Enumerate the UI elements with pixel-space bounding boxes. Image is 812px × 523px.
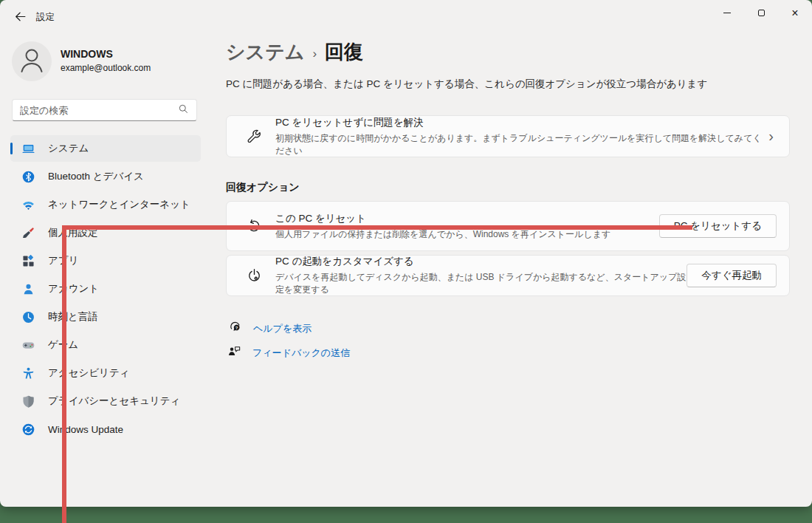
breadcrumb: システム › 回復 bbox=[226, 39, 363, 65]
gaming-icon bbox=[21, 338, 35, 352]
window-controls: × bbox=[710, 0, 812, 26]
accessibility-icon bbox=[21, 366, 35, 380]
section-title: 回復オプション bbox=[226, 181, 300, 194]
sidebar-item-label: プライバシーとセキュリティ bbox=[48, 394, 180, 408]
startup-card-description: デバイスを再起動してディスクから起動、または USB ドライブから起動するなど、… bbox=[275, 271, 687, 296]
wrench-icon bbox=[245, 129, 263, 145]
sidebar-item-label: アクセシビリティ bbox=[48, 366, 130, 380]
sidebar-item-system[interactable]: システム bbox=[10, 135, 201, 162]
sidebar-item-privacy[interactable]: プライバシーとセキュリティ bbox=[10, 388, 201, 414]
sidebar-item-accessibility[interactable]: アクセシビリティ bbox=[10, 360, 201, 386]
sidebar-item-windows-update[interactable]: Windows Update bbox=[10, 416, 201, 442]
close-button[interactable]: × bbox=[778, 0, 812, 26]
svg-text:?: ? bbox=[235, 326, 238, 330]
system-icon bbox=[21, 142, 35, 156]
reset-card-description: 個人用ファイルの保持または削除を選んでから、Windows を再インストールしま… bbox=[275, 228, 659, 241]
feedback-icon bbox=[227, 344, 241, 361]
back-button[interactable] bbox=[9, 7, 31, 28]
window-title: 設定 bbox=[36, 11, 55, 24]
search-icon bbox=[178, 103, 189, 117]
sidebar: WINDOWS example@outlook.com システム Bluetoo… bbox=[0, 35, 216, 507]
send-feedback-link[interactable]: フィードバックの送信 bbox=[227, 344, 350, 361]
get-help-label: ヘルプを表示 bbox=[253, 322, 312, 335]
startup-card-title: PC の起動をカスタマイズする bbox=[275, 255, 687, 268]
bluetooth-icon bbox=[21, 170, 35, 184]
reset-card-title: この PC をリセット bbox=[275, 212, 659, 225]
sidebar-item-label: Windows Update bbox=[48, 424, 123, 435]
settings-window: 設定 × WINDOWS example@outlook.com システム Bl… bbox=[0, 0, 812, 507]
back-arrow-icon bbox=[14, 10, 27, 26]
close-icon: × bbox=[791, 7, 798, 19]
search-box bbox=[12, 99, 197, 121]
sidebar-item-label: アカウント bbox=[48, 282, 99, 295]
fix-card-description: 初期状態に戻すのに時間がかかることがあります。まずトラブルシューティングツールを… bbox=[275, 132, 768, 157]
advanced-startup-row: PC の起動をカスタマイズする デバイスを再起動してディスクから起動、または U… bbox=[226, 255, 790, 296]
sidebar-item-label: 時刻と言語 bbox=[48, 310, 98, 324]
minimize-icon bbox=[723, 13, 731, 13]
sidebar-item-time-language[interactable]: 時刻と言語 bbox=[10, 304, 201, 330]
breadcrumb-parent[interactable]: システム bbox=[226, 39, 304, 65]
user-name: WINDOWS bbox=[61, 48, 113, 60]
annotation-vertical-line bbox=[62, 225, 66, 523]
time-language-icon bbox=[21, 310, 35, 324]
windows-update-icon bbox=[21, 423, 35, 437]
sidebar-item-gaming[interactable]: ゲーム bbox=[10, 332, 201, 358]
fix-without-reset-row[interactable]: PC をリセットせずに問題を解決 初期状態に戻すのに時間がかかることがあります。… bbox=[226, 115, 790, 157]
sidebar-item-accounts[interactable]: アカウント bbox=[10, 276, 201, 302]
annotation-horizontal-line bbox=[62, 225, 692, 230]
apps-icon bbox=[21, 254, 35, 268]
minimize-button[interactable] bbox=[710, 0, 744, 26]
advanced-startup-icon bbox=[245, 268, 263, 284]
sidebar-item-apps[interactable]: アプリ bbox=[10, 247, 201, 274]
breadcrumb-separator-icon: › bbox=[312, 44, 317, 61]
sidebar-item-label: システム bbox=[48, 142, 89, 155]
avatar bbox=[12, 41, 52, 81]
privacy-icon bbox=[21, 394, 35, 409]
maximize-button[interactable] bbox=[744, 0, 778, 26]
sidebar-item-label: Bluetooth とデバイス bbox=[48, 170, 144, 183]
send-feedback-label: フィードバックの送信 bbox=[252, 346, 350, 360]
sidebar-item-label: ネットワークとインターネット bbox=[48, 198, 190, 211]
page-title: 回復 bbox=[325, 39, 363, 65]
person-icon bbox=[12, 40, 52, 83]
titlebar: 設定 × bbox=[0, 0, 812, 35]
network-icon bbox=[21, 198, 35, 212]
user-email: example@outlook.com bbox=[61, 63, 151, 73]
personalization-icon bbox=[21, 226, 35, 240]
sidebar-item-personalization[interactable]: 個人用設定 bbox=[10, 219, 201, 246]
chevron-right-icon: › bbox=[768, 128, 777, 145]
main-content: システム › 回復 PC に問題がある場合、または PC をリセットする場合、こ… bbox=[226, 35, 800, 507]
fix-card-title: PC をリセットせずに問題を解決 bbox=[275, 116, 768, 129]
maximize-icon bbox=[758, 10, 765, 16]
help-icon: ? bbox=[228, 320, 242, 337]
sidebar-nav: システム Bluetooth とデバイス ネットワークとインターネット 個人用設… bbox=[10, 135, 201, 444]
sidebar-item-bluetooth[interactable]: Bluetooth とデバイス bbox=[10, 163, 201, 190]
sidebar-item-network[interactable]: ネットワークとインターネット bbox=[10, 191, 201, 218]
accounts-icon bbox=[21, 282, 35, 296]
page-description: PC に問題がある場合、または PC をリセットする場合、これらの回復オプション… bbox=[226, 78, 707, 91]
get-help-link[interactable]: ? ヘルプを表示 bbox=[228, 320, 312, 337]
search-input[interactable] bbox=[20, 105, 178, 116]
restart-now-button[interactable]: 今すぐ再起動 bbox=[687, 264, 777, 287]
